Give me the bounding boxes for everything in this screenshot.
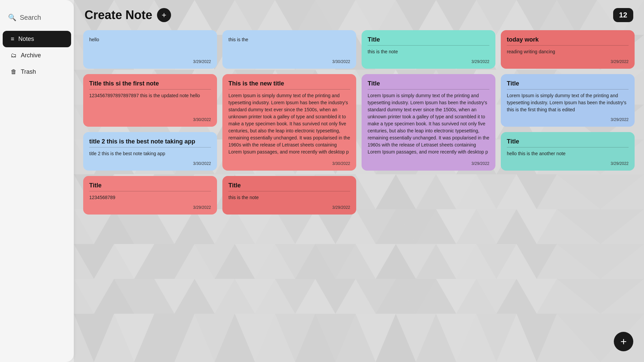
note-title-4: today work: [507, 36, 629, 46]
note-card-10[interactable]: Title hello this is the another note 3/2…: [501, 132, 635, 171]
search-label: Search: [20, 14, 41, 21]
note-title-8: Title: [507, 80, 629, 89]
create-note-button[interactable]: +: [157, 8, 171, 22]
note-body-10: hello this is the another note: [507, 150, 629, 157]
note-date-10: 3/29/2022: [507, 161, 629, 166]
note-card-7[interactable]: Title Lorem Ipsum is simply dummy text o…: [362, 74, 495, 171]
note-title-11: Title: [89, 182, 211, 191]
note-card-2[interactable]: this is the 3/30/2022: [222, 30, 356, 69]
note-body-7: Lorem Ipsum is simply dummy text of the …: [368, 92, 489, 157]
note-card-8[interactable]: Title Lorem Ipsum is simply dummy text o…: [501, 74, 635, 127]
note-body-2: this is the: [228, 36, 350, 55]
sidebar-item-archive[interactable]: 🗂 Archive: [3, 47, 71, 64]
note-date-5: 3/30/2022: [89, 117, 211, 122]
search-button[interactable]: 🔍 Search: [0, 8, 74, 29]
floating-add-button[interactable]: +: [614, 332, 633, 351]
note-card-4[interactable]: today work reading writing dancing 3/29/…: [501, 30, 635, 69]
sidebar-item-label-notes: Notes: [18, 36, 34, 43]
sidebar-nav: ≡ Notes 🗂 Archive 🗑 Trash: [0, 31, 74, 80]
note-date-12: 3/29/2022: [228, 205, 350, 210]
note-body-9: title 2 this is the best note taking app: [89, 150, 211, 157]
note-title-9: title 2 this is the best note taking app: [89, 138, 211, 147]
note-title-12: Title: [228, 182, 350, 191]
note-date-11: 3/29/2022: [89, 205, 211, 210]
note-date-6: 3/30/2022: [228, 161, 350, 166]
note-date-3: 3/29/2022: [368, 59, 489, 64]
notes-count-badge: 12: [613, 8, 633, 22]
sidebar: 🔍 Search ≡ Notes 🗂 Archive 🗑 Trash: [0, 0, 74, 362]
note-date-4: 3/29/2022: [507, 59, 629, 64]
header-title: Create Note +: [85, 8, 171, 22]
note-card-9[interactable]: title 2 this is the best note taking app…: [83, 132, 217, 171]
note-body-8: Lorem Ipsum is simply dummy text of the …: [507, 92, 629, 113]
note-body-12: this is the note: [228, 194, 350, 201]
note-card-3[interactable]: Title this is the note 3/29/2022: [362, 30, 495, 69]
note-body-1: hello: [89, 36, 211, 55]
create-note-title: Create Note: [85, 8, 152, 22]
note-date-9: 3/30/2022: [89, 161, 211, 166]
note-card-12[interactable]: Title this is the note 3/29/2022: [222, 176, 356, 215]
note-body-11: 1234568789: [89, 194, 211, 201]
note-title-7: Title: [368, 80, 489, 89]
note-card-1[interactable]: hello 3/29/2022: [83, 30, 217, 69]
note-body-6: Lorem Ipsum is simply dummy text of the …: [228, 92, 350, 157]
search-icon: 🔍: [8, 13, 16, 21]
note-body-4: reading writing dancing: [507, 48, 629, 55]
trash-icon: 🗑: [11, 68, 17, 75]
sidebar-item-trash[interactable]: 🗑 Trash: [3, 64, 71, 80]
note-title-5: Title this si the first note: [89, 80, 211, 89]
sidebar-item-label-trash: Trash: [21, 68, 36, 75]
note-title-3: Title: [368, 36, 489, 46]
note-date-1: 3/29/2022: [89, 59, 211, 64]
sidebar-item-notes[interactable]: ≡ Notes: [3, 31, 71, 47]
notes-grid: hello 3/29/2022 this is the 3/30/2022 Ti…: [74, 27, 644, 362]
note-body-3: this is the note: [368, 48, 489, 55]
archive-icon: 🗂: [11, 52, 17, 59]
note-card-6[interactable]: This is the new title Lorem Ipsum is sim…: [222, 74, 356, 171]
note-card-11[interactable]: Title 1234568789 3/29/2022: [83, 176, 217, 215]
note-title-6: This is the new title: [228, 80, 350, 89]
header: Create Note + 12: [74, 0, 644, 27]
note-date-8: 3/29/2022: [507, 117, 629, 122]
note-title-10: Title: [507, 138, 629, 147]
note-date-7: 3/29/2022: [368, 161, 489, 166]
note-date-2: 3/30/2022: [228, 59, 350, 64]
notes-icon: ≡: [11, 36, 14, 43]
note-card-5[interactable]: Title this si the first note 12345678978…: [83, 74, 217, 127]
main-area: // Generate triangles inline - using pol…: [74, 0, 644, 362]
note-body-5: 1234567897897897897 this is the updated …: [89, 92, 211, 113]
sidebar-item-label-archive: Archive: [21, 52, 41, 59]
